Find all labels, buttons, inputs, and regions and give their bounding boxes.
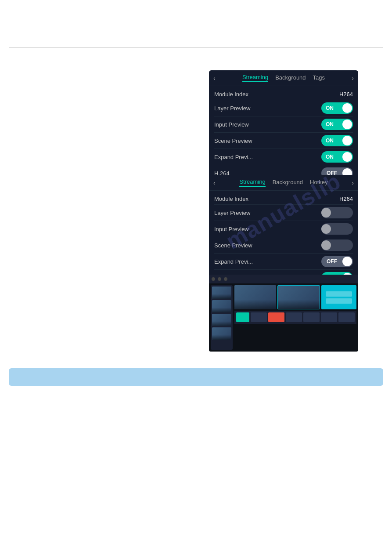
panel-1-label-expand-preview: Expand Previ...: [214, 154, 253, 160]
panel-2-nav: ‹ Streaming Background Hotkey ›: [209, 175, 358, 191]
panel-2-nav-items: Streaming Background Hotkey: [239, 178, 327, 187]
panel-1-row-expand-preview: Expand Previ... ON: [214, 149, 353, 165]
ss-bottom-item-4: [303, 312, 320, 322]
panel-2-toggle-expand-preview[interactable]: OFF: [321, 256, 353, 267]
panel-2-label-module-index: Module Index: [214, 196, 248, 202]
ss-dot-1: [212, 277, 215, 281]
panel-2: ‹ Streaming Background Hotkey › Module I…: [209, 175, 358, 290]
panel-1-row-input-preview: Input Preview ON: [214, 116, 353, 133]
panel-2-label-scene-preview: Scene Preview: [214, 242, 252, 249]
info-bar: [9, 368, 383, 386]
screenshot-inner: [209, 275, 358, 352]
panel-1-body: Module Index H264 Layer Preview ON Input…: [209, 86, 358, 185]
panel-2-label-input-preview: Input Preview: [214, 226, 249, 232]
panel-1-tab-background[interactable]: Background: [275, 74, 306, 82]
panel-2-row-module-index: Module Index H264: [214, 193, 353, 205]
panel-1-value-module-index: H264: [339, 91, 353, 98]
panel-1-toggle-expand-preview-label: ON: [326, 154, 334, 160]
panel-1-nav-items: Streaming Background Tags: [242, 74, 325, 82]
panel-1-toggle-input-preview-knob: [342, 120, 352, 129]
panel-1-toggle-layer-preview[interactable]: ON: [321, 102, 353, 114]
panel-1-toggle-layer-preview-knob: [342, 103, 352, 113]
panel-2-toggle-input-preview-knob: [321, 224, 331, 234]
ss-sidebar-thumb-1: [212, 287, 231, 299]
ss-main-top: [234, 285, 356, 309]
panel-2-right-arrow[interactable]: ›: [352, 179, 354, 186]
panel-2-value-module-index: H264: [339, 196, 353, 202]
panel-2-toggle-layer-preview-knob: [321, 208, 331, 218]
panel-1-toggle-scene-preview[interactable]: ON: [321, 135, 353, 146]
panel-2-row-scene-preview: Scene Preview ON: [214, 237, 353, 254]
panel-1-label-layer-preview: Layer Preview: [214, 105, 250, 112]
panel-1-toggle-input-preview-label: ON: [326, 121, 334, 127]
panel-2-row-expand-preview: Expand Previ... OFF: [214, 254, 353, 270]
ss-bottom-check: [236, 312, 249, 322]
panel-1: ‹ Streaming Background Tags › Module Ind…: [209, 70, 358, 185]
ss-dot-3: [224, 277, 227, 281]
panel-1-row-scene-preview: Scene Preview ON: [214, 133, 353, 149]
panel-2-toggle-layer-preview[interactable]: ON: [321, 207, 353, 218]
panel-2-row-input-preview: Input Preview ON: [214, 221, 353, 237]
ss-content: [209, 283, 358, 352]
ss-thumb-img-1: [234, 285, 276, 309]
panel-1-tab-streaming[interactable]: Streaming: [242, 74, 268, 82]
panel-2-toggle-expand-preview-knob: [342, 257, 352, 266]
panel-2-toggle-input-preview[interactable]: ON: [321, 223, 353, 235]
panel-1-toggle-input-preview[interactable]: ON: [321, 119, 353, 130]
ss-sidebar-item-1: [212, 287, 231, 299]
panel-1-nav: ‹ Streaming Background Tags ›: [209, 70, 358, 86]
panel-1-right-arrow[interactable]: ›: [352, 75, 354, 82]
panel-1-label-scene-preview: Scene Preview: [214, 138, 252, 144]
screenshot-panel: [209, 275, 358, 352]
panel-1-row-module-index: Module Index H264: [214, 89, 353, 100]
panel-1-left-arrow[interactable]: ‹: [213, 75, 216, 82]
panel-2-left-arrow[interactable]: ‹: [213, 179, 216, 186]
ss-dot-2: [218, 277, 221, 281]
ss-right-btn-2: [326, 298, 352, 304]
panel-1-label-input-preview: Input Preview: [214, 121, 249, 128]
panel-2-tab-streaming[interactable]: Streaming: [239, 178, 265, 187]
top-divider: [9, 47, 383, 48]
panel-2-toggle-expand-preview-label: OFF: [327, 258, 337, 265]
ss-sidebar-item-3: [212, 314, 231, 326]
panel-2-toggle-scene-preview[interactable]: ON: [321, 239, 353, 251]
panel-1-toggle-scene-preview-label: ON: [326, 138, 334, 144]
panel-2-toggle-scene-preview-knob: [321, 240, 331, 250]
panel-1-row-layer-preview: Layer Preview ON: [214, 100, 353, 116]
panel-2-label-expand-preview: Expand Previ...: [214, 258, 253, 265]
ss-sidebar-item-2: [212, 300, 231, 312]
panel-1-toggle-layer-preview-label: ON: [326, 105, 334, 111]
ss-bottom-item-5: [321, 312, 337, 322]
panel-1-tab-tags[interactable]: Tags: [313, 74, 325, 82]
panel-1-label-module-index: Module Index: [214, 91, 248, 98]
ss-right-panel: [321, 285, 356, 309]
ss-bottom-item-1: [251, 312, 267, 322]
ss-sidebar-thumb-3: [212, 314, 231, 326]
ss-thumb-1: [234, 285, 276, 309]
ss-bottom-bar: [234, 311, 356, 324]
panel-2-tab-background[interactable]: Background: [273, 179, 303, 186]
ss-sidebar-thumb-4: [212, 327, 231, 340]
ss-bottom-item-3: [286, 312, 302, 322]
ss-sidebar-thumb-2: [212, 300, 231, 312]
ss-sidebar-item-4: [212, 327, 231, 340]
ss-thumb-2: [277, 285, 320, 309]
ss-top-bar: [209, 275, 358, 283]
ss-sidebar: [211, 285, 233, 350]
panel-2-row-layer-preview: Layer Preview ON: [214, 205, 353, 221]
panel-1-toggle-expand-preview-knob: [342, 152, 352, 162]
panel-2-label-layer-preview: Layer Preview: [214, 210, 250, 216]
ss-main: [234, 285, 356, 350]
ss-bottom-item-2: [268, 312, 284, 322]
panel-1-toggle-expand-preview[interactable]: ON: [321, 151, 353, 163]
panel-1-toggle-scene-preview-knob: [342, 136, 352, 145]
ss-bottom-item-6: [338, 312, 355, 322]
ss-right-btn-1: [326, 291, 352, 297]
ss-thumb-img-2: [278, 286, 320, 309]
panel-2-tab-hotkey[interactable]: Hotkey: [310, 179, 327, 186]
